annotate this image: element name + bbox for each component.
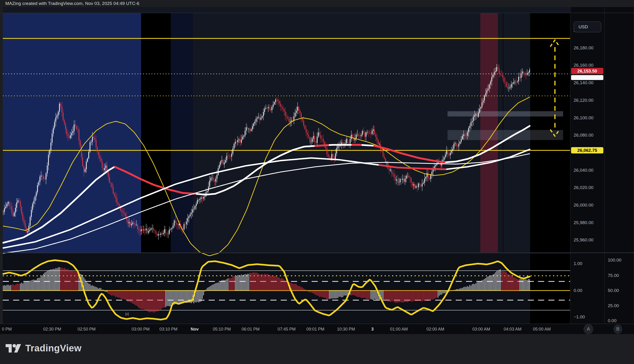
candle-body xyxy=(479,108,480,112)
candle-body xyxy=(523,72,524,74)
candle-body xyxy=(93,137,94,138)
candle-body xyxy=(226,156,227,160)
main-chart-svg[interactable]: H xyxy=(0,7,634,324)
candle-body xyxy=(52,134,52,143)
candle-body xyxy=(417,186,418,188)
candle-body xyxy=(256,118,256,122)
candle-body xyxy=(239,140,239,140)
candle-body xyxy=(510,88,510,88)
price-axis-label: 26,080.00 xyxy=(574,133,594,138)
candle-body xyxy=(383,151,384,156)
time-axis-label: 03:00 AM xyxy=(472,326,490,332)
candle-body xyxy=(262,116,262,118)
candle-body xyxy=(156,231,156,234)
candle-body xyxy=(461,139,462,142)
candle-body xyxy=(451,151,452,153)
scale-b-label: B xyxy=(616,326,619,332)
candle-body xyxy=(351,135,352,139)
candle-body xyxy=(84,166,84,172)
candle-body xyxy=(135,224,136,225)
candle-body xyxy=(521,73,522,78)
candle-body xyxy=(4,208,5,212)
candle-body xyxy=(368,132,369,133)
candle-body xyxy=(100,156,100,158)
candle-body xyxy=(166,234,167,234)
candle-body xyxy=(109,177,110,183)
attribution-title: MAZing created with TradingView.com, Nov… xyxy=(6,1,140,6)
candle-body xyxy=(13,213,13,216)
candle-body xyxy=(310,137,310,142)
tradingview-logo-text: TradingView xyxy=(25,343,82,354)
time-axis-label: 10:30 PM xyxy=(337,326,355,332)
time-axis-label: 0 PM xyxy=(2,326,12,332)
time-axis-label: 3 xyxy=(371,326,374,332)
candle-body xyxy=(413,184,414,186)
candle-body xyxy=(302,118,303,121)
candle-body xyxy=(94,138,95,140)
candle-body xyxy=(216,179,216,182)
candle-body xyxy=(516,82,516,82)
candle-body xyxy=(240,140,240,143)
candle-body xyxy=(70,135,71,138)
candle-body xyxy=(56,118,56,122)
panel-separator[interactable] xyxy=(0,253,634,253)
candle-body xyxy=(284,109,284,112)
scale-a-button[interactable]: A xyxy=(584,324,593,334)
candle-body xyxy=(405,178,406,182)
candle-body xyxy=(289,119,290,122)
candle-body xyxy=(104,168,105,170)
price-axis-label: 25,980.00 xyxy=(574,220,594,225)
candle-body xyxy=(427,173,428,177)
candle-body xyxy=(401,179,402,180)
candle-body xyxy=(36,192,36,197)
candle-body xyxy=(498,67,498,68)
tradingview-chart-page: MAZing created with TradingView.com, Nov… xyxy=(0,0,634,364)
candle-body xyxy=(229,156,230,156)
candle-body xyxy=(6,204,7,206)
candle-body xyxy=(364,133,365,137)
candle-body xyxy=(97,147,98,152)
candle-body xyxy=(489,84,490,89)
time-axis-label: 02:30 PM xyxy=(43,326,61,332)
candle-body xyxy=(217,175,217,179)
currency-label: USD xyxy=(578,24,588,30)
candle-body xyxy=(282,107,283,109)
candle-body xyxy=(379,144,380,144)
oscillator-right-label: 0.00 xyxy=(608,318,616,323)
candle-body xyxy=(360,136,360,136)
candle-body xyxy=(422,184,422,186)
time-axis-label: 07:45 PM xyxy=(278,326,296,332)
candle-body xyxy=(348,143,349,144)
candle-body xyxy=(326,148,327,154)
candle-body xyxy=(528,72,529,73)
candle-body xyxy=(176,223,177,224)
candle-body xyxy=(162,234,162,234)
candle-body xyxy=(402,179,403,180)
time-axis-label: 03:10 PM xyxy=(159,326,177,332)
candle-body xyxy=(244,136,244,136)
candle-body xyxy=(224,162,224,164)
time-axis-label: 09:01 PM xyxy=(306,326,324,332)
candle-body xyxy=(110,183,111,183)
candle-body xyxy=(24,220,24,224)
candle-body xyxy=(87,158,88,162)
header-bar: MAZing created with TradingView.com, Nov… xyxy=(0,0,634,7)
tradingview-logo[interactable]: TradingView xyxy=(6,343,82,354)
candle-body xyxy=(37,185,38,192)
candle-body xyxy=(147,228,148,233)
candle-body xyxy=(58,112,58,116)
scale-b-button[interactable]: B xyxy=(614,324,622,334)
currency-button[interactable]: USD xyxy=(574,22,601,32)
candle-body xyxy=(276,100,277,100)
candle-body xyxy=(476,114,476,115)
time-scale[interactable]: 0 PM02:30 PM02:50 PM03:00 PM03:10 PMNov0… xyxy=(0,324,634,334)
candle-body xyxy=(164,229,165,233)
candle-body xyxy=(43,176,44,179)
candle-body xyxy=(410,177,410,178)
candle-body xyxy=(318,132,319,136)
candle-body xyxy=(86,162,86,169)
candle-body xyxy=(173,226,173,228)
candle-body xyxy=(428,173,428,178)
candle-body xyxy=(274,102,275,104)
candle-body xyxy=(230,156,231,157)
